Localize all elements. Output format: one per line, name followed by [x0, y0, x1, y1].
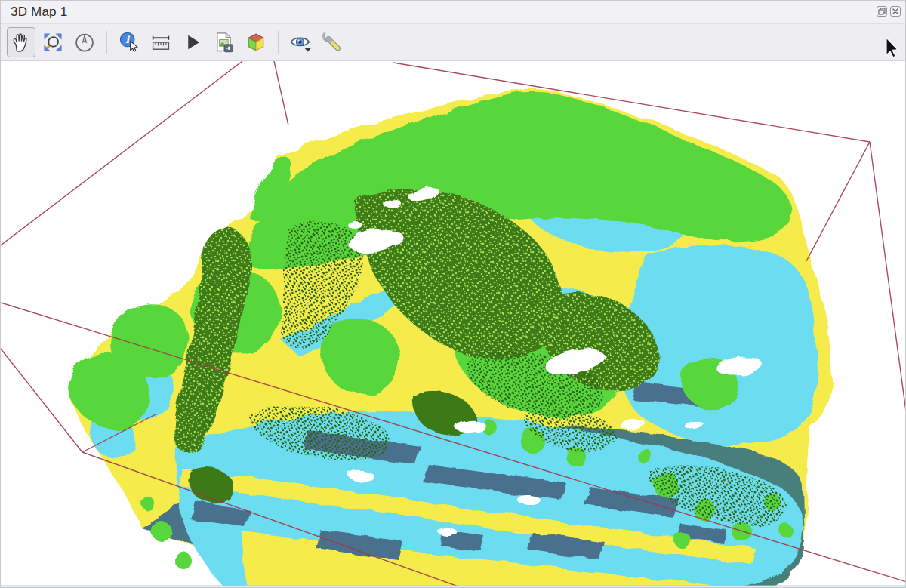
toolbar-button-zoom-full[interactable]	[39, 27, 67, 57]
float-window-button[interactable]	[877, 6, 887, 17]
window-controls	[877, 6, 901, 17]
toolbar-button-identify[interactable]: i	[115, 27, 143, 57]
3d-map-toolbar: i	[1, 24, 905, 61]
close-window-button[interactable]	[890, 6, 901, 17]
hand-icon	[10, 31, 32, 54]
identify-icon: i	[118, 31, 140, 54]
toolbar-button-animations[interactable]	[178, 27, 207, 57]
compass-icon	[73, 31, 96, 54]
window-title: 3D Map 1	[1, 5, 67, 20]
3d-map-window: 3D Map 1	[0, 0, 906, 588]
play-icon	[181, 31, 204, 54]
toolbar-separator	[278, 31, 279, 54]
wrench-icon	[321, 31, 344, 54]
float-icon	[878, 8, 886, 15]
toolbar-button-measure-line[interactable]	[146, 27, 175, 57]
ruler-icon	[149, 31, 172, 54]
toolbar-button-save-image[interactable]	[210, 27, 239, 57]
point-cloud-scene	[1, 61, 906, 588]
toolbar-button-view-theme[interactable]	[286, 27, 315, 57]
zoom-full-icon	[42, 31, 64, 54]
toolbar-separator	[106, 31, 107, 54]
titlebar: 3D Map 1	[1, 1, 905, 24]
close-icon	[892, 8, 899, 15]
save-image-icon	[213, 31, 236, 54]
toolbar-button-configure[interactable]	[318, 27, 347, 57]
cube-icon	[245, 31, 267, 54]
toolbar-button-navigation[interactable]	[70, 27, 99, 57]
toolbar-button-camera-control[interactable]	[7, 27, 35, 57]
eye-icon	[288, 31, 313, 54]
toolbar-button-export-3d-scene[interactable]	[242, 27, 270, 57]
3d-viewport-canvas[interactable]	[1, 61, 906, 588]
